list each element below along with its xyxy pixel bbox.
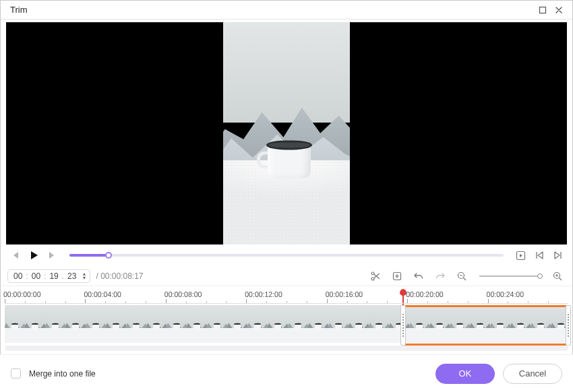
timecode-input[interactable]: 00: 00: 19. 23 ▴ ▾ <box>7 269 90 283</box>
timeline-thumbnail[interactable] <box>328 305 349 343</box>
trim-handle-left[interactable] <box>400 305 406 346</box>
zoom-thumb[interactable] <box>537 273 543 279</box>
playlist-button[interactable] <box>513 248 528 263</box>
undo-button[interactable] <box>411 268 427 284</box>
split-button[interactable] <box>367 268 384 284</box>
timeline-thumbnail[interactable] <box>389 305 409 343</box>
next-frame-icon <box>48 251 57 260</box>
timeline-thumbnail[interactable] <box>5 305 25 343</box>
playback-controls <box>1 244 572 266</box>
titlebar: Trim <box>1 1 572 20</box>
ruler-label: 00:00:12:00 <box>245 290 282 298</box>
cancel-button[interactable]: Cancel <box>503 364 562 384</box>
ruler-label: 00:00:04:00 <box>84 290 121 298</box>
timeline-strip-wrap <box>5 305 568 351</box>
scissors-icon <box>370 271 381 282</box>
timeline-thumbnail[interactable] <box>146 305 167 343</box>
maximize-icon <box>539 6 547 14</box>
timeline-thumbnail[interactable] <box>25 305 45 343</box>
preview-subject <box>262 137 311 178</box>
ruler-label: 00:00:16:00 <box>326 290 363 298</box>
progress-track[interactable] <box>69 254 504 257</box>
stepper-down-icon[interactable]: ▾ <box>82 276 87 280</box>
video-preview[interactable] <box>6 22 567 244</box>
tc-mm[interactable]: 00 <box>32 271 40 281</box>
timeline-thumbnail[interactable] <box>510 305 531 343</box>
prev-frame-icon <box>10 251 20 260</box>
ruler-label: 00:00:08:00 <box>164 290 202 298</box>
zoom-out-icon <box>456 271 467 282</box>
timeline-thumbnail[interactable] <box>450 305 470 343</box>
tools-row: 00: 00: 19. 23 ▴ ▾ / 00:00:08:17 <box>1 266 572 286</box>
redo-button[interactable] <box>432 268 448 284</box>
timeline-thumbnail[interactable] <box>429 305 450 343</box>
tc-ss[interactable]: 19 <box>49 271 58 281</box>
skip-start-button[interactable] <box>532 248 547 263</box>
timeline-thumbnail[interactable] <box>470 305 490 343</box>
play-icon <box>28 250 39 261</box>
tc-hh[interactable]: 00 <box>13 271 22 281</box>
footer: Merge into one file OK Cancel <box>0 354 573 392</box>
timecode-stepper[interactable]: ▴ ▾ <box>82 272 87 280</box>
timeline-thumbnail[interactable] <box>409 305 429 343</box>
timeline-thumbnail[interactable] <box>65 305 86 343</box>
add-marker-icon <box>392 271 402 282</box>
close-button[interactable] <box>551 3 567 17</box>
timeline-thumbnail[interactable] <box>227 305 247 343</box>
zoom-in-icon <box>552 271 563 282</box>
timeline-thumbnail[interactable] <box>490 305 510 343</box>
timeline-thumbnail[interactable] <box>126 305 146 343</box>
window-title: Trim <box>6 5 535 15</box>
timeline-thumbnail[interactable] <box>187 305 207 343</box>
progress-fill <box>69 254 109 257</box>
strip-scrollbar[interactable] <box>5 346 568 351</box>
playlist-icon <box>516 251 526 261</box>
timeline-thumbnail[interactable] <box>247 305 268 343</box>
merge-checkbox[interactable] <box>11 368 21 379</box>
zoom-in-button[interactable] <box>549 268 566 284</box>
next-frame-button[interactable] <box>45 248 60 263</box>
duration-label: / 00:00:08:17 <box>96 271 143 281</box>
skip-end-icon <box>553 251 563 260</box>
zoom-slider[interactable] <box>479 275 540 277</box>
timeline-thumbnail[interactable] <box>531 305 551 343</box>
prev-frame-button[interactable] <box>7 248 22 263</box>
ruler-label: 00:00:20:00 <box>406 290 443 298</box>
close-icon <box>555 6 563 14</box>
tc-ff[interactable]: 23 <box>67 271 76 281</box>
preview-frame <box>223 22 350 244</box>
timeline-thumbnail[interactable] <box>268 305 288 343</box>
timeline-thumbnail[interactable] <box>86 305 106 343</box>
timeline-thumbnail[interactable] <box>207 305 227 343</box>
timeline-thumbnail[interactable] <box>288 305 308 343</box>
timeline-thumbnail[interactable] <box>45 305 65 343</box>
zoom-out-button[interactable] <box>454 268 470 284</box>
add-marker-button[interactable] <box>389 268 405 284</box>
ruler-label: 00:00:24:00 <box>487 290 524 298</box>
timeline-ruler[interactable]: 00:00:00:0000:00:04:0000:00:08:0000:00:1… <box>5 289 568 304</box>
svg-rect-0 <box>540 7 546 13</box>
timeline-thumbnail[interactable] <box>106 305 126 343</box>
play-button[interactable] <box>26 248 41 263</box>
timeline-thumbnail[interactable] <box>369 305 389 343</box>
ruler-label: 00:00:00:00 <box>3 290 40 298</box>
skip-start-icon <box>535 251 544 260</box>
ok-button[interactable]: OK <box>435 364 495 384</box>
skip-end-button[interactable] <box>551 248 566 263</box>
timeline-thumbnail[interactable] <box>167 305 187 343</box>
trim-handle-right[interactable] <box>566 305 571 346</box>
undo-icon <box>413 271 424 282</box>
timeline-strip[interactable] <box>5 305 568 343</box>
timeline-thumbnail[interactable] <box>308 305 328 343</box>
merge-label: Merge into one file <box>29 369 96 379</box>
redo-icon <box>435 271 446 282</box>
maximize-button[interactable] <box>535 3 551 17</box>
timeline-thumbnail[interactable] <box>349 305 369 343</box>
progress-thumb[interactable] <box>105 252 112 259</box>
